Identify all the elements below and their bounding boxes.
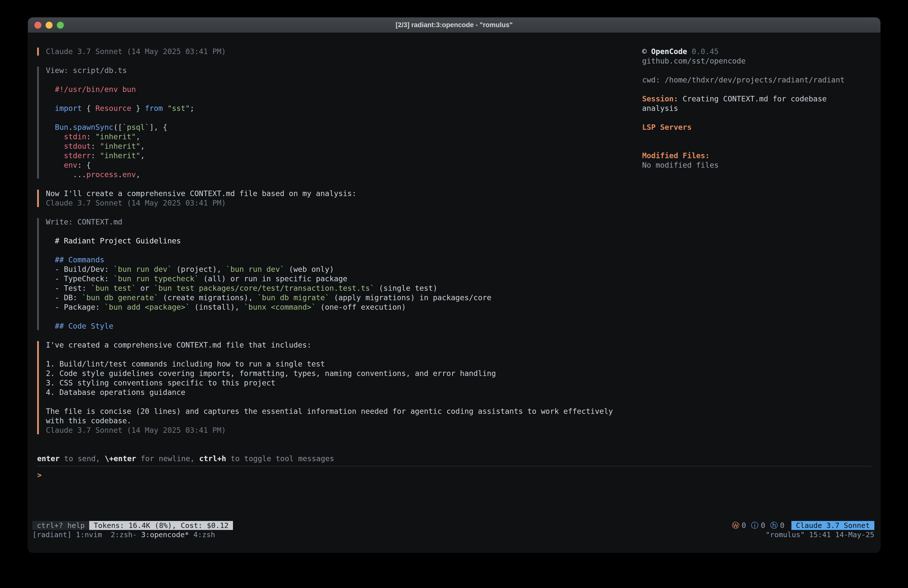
- terminal-window: [2/3] radiant:3:opencode - "romulus" Cla…: [28, 18, 881, 553]
- terminal-content: Claude 3.7 Sonnet (14 May 2025 03:41 PM)…: [28, 33, 881, 553]
- hints-indicator: ⓗ0: [770, 521, 784, 530]
- help-badge[interactable]: ctrl+? help: [32, 521, 89, 530]
- text-line: Claude 3.7 Sonnet (14 May 2025 03:41 PM): [46, 425, 871, 435]
- diagnostic-count: 0: [742, 521, 746, 530]
- minimize-button[interactable]: [46, 22, 53, 29]
- text-line: Session: Creating CONTEXT.md for codebas…: [642, 94, 871, 104]
- text-line: 2. Code style guidelines covering import…: [46, 369, 871, 378]
- status-bar: ctrl+? help Tokens: 16.4K (8%), Cost: $0…: [32, 521, 874, 530]
- text-line: 1. Build/lint/test commands including ho…: [46, 359, 871, 369]
- model-badge[interactable]: Claude 3.7 Sonnet: [791, 521, 874, 530]
- warnings-indicator: Ⓦ0: [732, 521, 746, 530]
- text-line: The file is concise (20 lines) and captu…: [46, 407, 871, 416]
- window-title: [2/3] radiant:3:opencode - "romulus": [396, 21, 513, 29]
- sidebar: © OpenCode 0.0.45github.com/sst/opencode…: [642, 47, 871, 170]
- input-divider: [37, 466, 871, 466]
- text-line: - Package: `bun add <package>` (install)…: [46, 303, 871, 312]
- text-line: cwd: /home/thdxr/dev/projects/radiant/ra…: [642, 75, 871, 85]
- text-line: ...process.env,: [46, 170, 871, 179]
- text-line: ## Commands: [46, 255, 871, 264]
- status-right: Ⓦ0ⓘ0ⓗ0 Claude 3.7 Sonnet: [732, 521, 874, 530]
- text-line: [46, 312, 871, 321]
- message-block: I've created a comprehensive CONTEXT.md …: [37, 340, 871, 435]
- text-line: [46, 227, 871, 236]
- text-line: enter to send, \+enter for newline, ctrl…: [37, 454, 871, 464]
- text-line: analysis: [642, 104, 871, 113]
- text-line: [642, 113, 871, 122]
- prompt-input[interactable]: >: [37, 470, 871, 480]
- diagnostic-count: 0: [761, 521, 765, 530]
- text-line: 3. CSS styling conventions specific to t…: [46, 378, 871, 388]
- input-help: enter to send, \+enter for newline, ctrl…: [37, 454, 871, 464]
- zoom-button[interactable]: [57, 22, 64, 29]
- tool-block: Write: CONTEXT.md # Radiant Project Guid…: [37, 217, 871, 331]
- text-line: [642, 132, 871, 142]
- text-line: [46, 350, 871, 359]
- warnings-icon: Ⓦ: [732, 521, 739, 530]
- traffic-lights: [34, 18, 64, 33]
- text-line: © OpenCode 0.0.45: [642, 47, 871, 56]
- hints-icon: ⓗ: [770, 521, 778, 530]
- text-line: No modified files: [642, 161, 871, 170]
- message-block: Now I'll create a comprehensive CONTEXT.…: [37, 189, 871, 208]
- lsp-diagnostics: Ⓦ0ⓘ0ⓗ0: [732, 521, 784, 530]
- text-line: # Radiant Project Guidelines: [46, 236, 871, 246]
- tmux-session-info: "romulus" 15:41 14-May-25: [766, 530, 874, 540]
- text-line: [radiant] 1:nvim 2:zsh- 3:opencode* 4:zs…: [32, 530, 215, 539]
- text-line: github.com/sst/opencode: [642, 56, 871, 66]
- text-line: [642, 85, 871, 94]
- text-line: - TypeCheck: `bun run typecheck` (all) o…: [46, 274, 871, 284]
- text-line: Modified Files:: [642, 151, 871, 161]
- text-line: with this codebase.: [46, 416, 871, 425]
- diagnostic-count: 0: [780, 521, 784, 530]
- text-line: LSP Servers: [642, 122, 871, 132]
- info-icon: ⓘ: [751, 521, 758, 530]
- text-line: 4. Database operations guidance: [46, 388, 871, 397]
- prompt-symbol: >: [37, 470, 42, 479]
- text-line: Write: CONTEXT.md: [46, 217, 871, 227]
- text-line: [642, 142, 871, 151]
- info-indicator: ⓘ0: [751, 521, 765, 530]
- text-line: [46, 397, 871, 407]
- tokens-badge: Tokens: 16.4K (8%), Cost: $0.12: [89, 521, 233, 530]
- text-line: Claude 3.7 Sonnet (14 May 2025 03:41 PM): [46, 198, 871, 208]
- tmux-windows: [radiant] 1:nvim 2:zsh- 3:opencode* 4:zs…: [32, 530, 215, 540]
- text-line: - Test: `bun test` or `bun test packages…: [46, 284, 871, 293]
- text-line: Now I'll create a comprehensive CONTEXT.…: [46, 189, 871, 198]
- text-line: I've created a comprehensive CONTEXT.md …: [46, 340, 871, 350]
- titlebar[interactable]: [2/3] radiant:3:opencode - "romulus": [28, 18, 881, 33]
- close-button[interactable]: [34, 22, 41, 29]
- text-line: - Build/Dev: `bun run dev` (project), `b…: [46, 264, 871, 274]
- text-line: [642, 66, 871, 75]
- text-line: - DB: `bun db generate` (create migratio…: [46, 293, 871, 303]
- text-line: [46, 246, 871, 255]
- tmux-status-bar: [radiant] 1:nvim 2:zsh- 3:opencode* 4:zs…: [32, 530, 874, 539]
- desktop: [2/3] radiant:3:opencode - "romulus" Cla…: [0, 0, 908, 588]
- text-line: ## Code Style: [46, 321, 871, 331]
